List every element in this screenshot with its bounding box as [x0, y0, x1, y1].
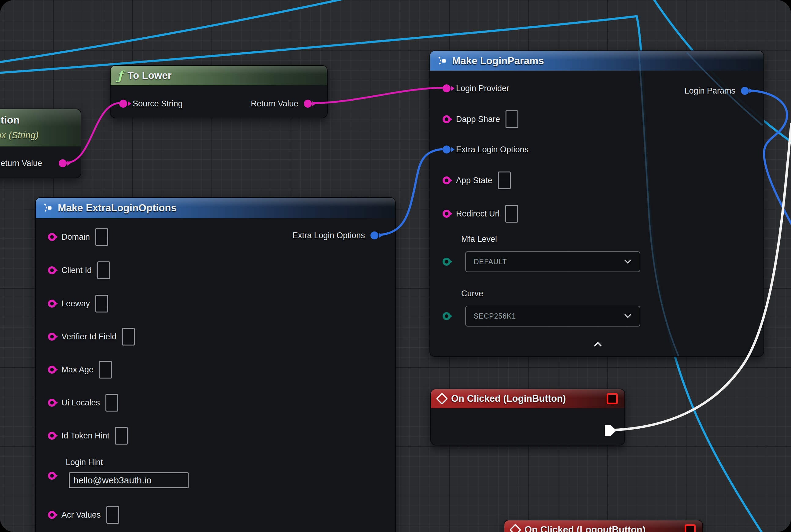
- mfa-level-value: DEFAULT: [474, 258, 507, 266]
- pin-label-redirect-url: Redirect Url: [456, 209, 500, 218]
- input-pin-max-age[interactable]: [48, 366, 56, 374]
- pin-label-return-value: eturn Value: [1, 159, 42, 168]
- node-subtitle-fragment: ox (String): [0, 130, 39, 140]
- pin-label-source-string: Source String: [133, 99, 183, 109]
- pin-value-box-redirect-url[interactable]: [505, 205, 518, 223]
- wire-cyan-top-left[interactable]: [0, 0, 347, 62]
- output-pin-login-params[interactable]: [741, 87, 749, 95]
- pin-value-box-leeway[interactable]: [95, 295, 108, 312]
- pin-label-extra-login-options-out: Extra Login Options: [292, 231, 365, 240]
- delegate-pin[interactable]: [684, 524, 696, 532]
- output-pin-return-value[interactable]: [59, 159, 66, 167]
- chevron-down-icon: [624, 259, 632, 264]
- node-on-clicked-login-button[interactable]: On Clicked (LoginButton): [430, 388, 625, 445]
- node-title: On Clicked (LogoutButton): [524, 524, 645, 532]
- pin-label-dapp-share: Dapp Share: [456, 115, 500, 124]
- curve-value: SECP256K1: [474, 312, 516, 320]
- node-make-login-params[interactable]: Make LoginParams Login Params Login Prov…: [429, 51, 764, 357]
- node-to-lower[interactable]: ƒ To Lower Source String Return Value: [110, 65, 328, 118]
- pin-label-extra-login-options: Extra Login Options: [456, 145, 528, 154]
- pin-label-curve: Curve: [461, 289, 483, 299]
- pin-value-box-verifier-id-field[interactable]: [122, 328, 135, 345]
- input-pin-mfa-level[interactable]: [443, 258, 450, 266]
- input-pin-login-hint[interactable]: [48, 472, 56, 480]
- pin-value-box-ui-locales[interactable]: [105, 394, 118, 412]
- node-title-fragment: tion: [1, 114, 20, 126]
- node-header: On Clicked (LoginButton): [431, 389, 624, 408]
- pin-label-client-id: Client Id: [61, 266, 92, 275]
- pin-label-max-age: Max Age: [61, 365, 94, 375]
- function-icon: ƒ: [117, 70, 122, 82]
- event-diamond-icon: [509, 524, 521, 532]
- pin-label-ui-locales: Ui Locales: [61, 398, 100, 407]
- input-pin-leeway[interactable]: [48, 300, 56, 308]
- curve-dropdown[interactable]: SECP256K1: [465, 306, 640, 326]
- pin-value-box-max-age[interactable]: [99, 361, 112, 379]
- node-header: ƒ To Lower: [111, 66, 327, 85]
- pin-label-domain: Domain: [61, 232, 90, 242]
- blueprint-canvas[interactable]: tion ox (String) eturn Value ƒ To Lower …: [0, 0, 791, 532]
- delegate-pin[interactable]: [607, 393, 618, 404]
- pin-value-box-domain[interactable]: [95, 228, 108, 246]
- input-pin-app-state[interactable]: [443, 176, 450, 184]
- node-title: On Clicked (LoginButton): [451, 393, 566, 404]
- pin-value-box-id-token-hint[interactable]: [115, 427, 128, 444]
- node-make-extra-login-options[interactable]: Make ExtraLoginOptions Extra Login Optio…: [35, 197, 396, 532]
- input-pin-domain[interactable]: [48, 233, 56, 241]
- input-pin-ui-locales[interactable]: [48, 399, 56, 407]
- input-pin-login-provider[interactable]: [443, 84, 450, 92]
- chevron-down-icon: [624, 314, 632, 319]
- input-pin-source-string[interactable]: [119, 100, 127, 108]
- node-partial-pure-function[interactable]: tion ox (String) eturn Value: [0, 109, 81, 178]
- pin-value-box-app-state[interactable]: [498, 172, 511, 189]
- input-pin-dapp-share[interactable]: [443, 115, 450, 123]
- input-pin-acr-values[interactable]: [48, 511, 56, 519]
- output-pin-return-value[interactable]: [304, 100, 312, 108]
- pin-label-acr-values: Acr Values: [61, 510, 101, 520]
- make-struct-icon: [42, 203, 53, 213]
- make-struct-icon: [437, 56, 447, 66]
- pin-label-verifier-id-field: Verifier Id Field: [61, 332, 116, 342]
- login-hint-input[interactable]: [69, 472, 189, 488]
- mfa-level-dropdown[interactable]: DEFAULT: [465, 251, 640, 272]
- node-on-clicked-logout-button[interactable]: On Clicked (LogoutButton): [504, 520, 703, 532]
- pin-label-return-value: Return Value: [251, 99, 298, 109]
- input-pin-id-token-hint[interactable]: [48, 432, 56, 440]
- input-pin-verifier-id-field[interactable]: [48, 332, 56, 341]
- pin-value-box-acr-values[interactable]: [107, 506, 119, 524]
- pin-label-login-provider: Login Provider: [456, 84, 509, 93]
- input-pin-redirect-url[interactable]: [443, 210, 450, 218]
- node-header: On Clicked (LogoutButton): [504, 520, 702, 532]
- collapse-chevron-icon[interactable]: [592, 341, 603, 348]
- input-pin-client-id[interactable]: [48, 266, 56, 274]
- pin-value-box-dapp-share[interactable]: [505, 110, 518, 128]
- node-header: Make ExtraLoginOptions: [36, 198, 395, 218]
- wire-to-lower-to-login-provider[interactable]: [313, 88, 442, 103]
- node-title: Make LoginParams: [452, 55, 544, 66]
- node-header: Make LoginParams: [430, 51, 764, 71]
- node-title: To Lower: [128, 70, 172, 81]
- pin-value-box-client-id[interactable]: [97, 261, 110, 279]
- input-pin-curve[interactable]: [443, 312, 450, 320]
- event-diamond-icon: [436, 393, 448, 405]
- pin-label-id-token-hint: Id Token Hint: [61, 431, 110, 441]
- pin-label-app-state: App State: [456, 176, 493, 185]
- input-pin-extra-login-options[interactable]: [443, 146, 450, 153]
- pin-label-leeway: Leeway: [61, 299, 90, 308]
- node-title: Make ExtraLoginOptions: [58, 202, 177, 214]
- pin-label-mfa-level: Mfa Level: [461, 234, 497, 244]
- pin-label-login-hint: Login Hint: [66, 458, 103, 467]
- output-pin-extra-login-options[interactable]: [370, 231, 379, 240]
